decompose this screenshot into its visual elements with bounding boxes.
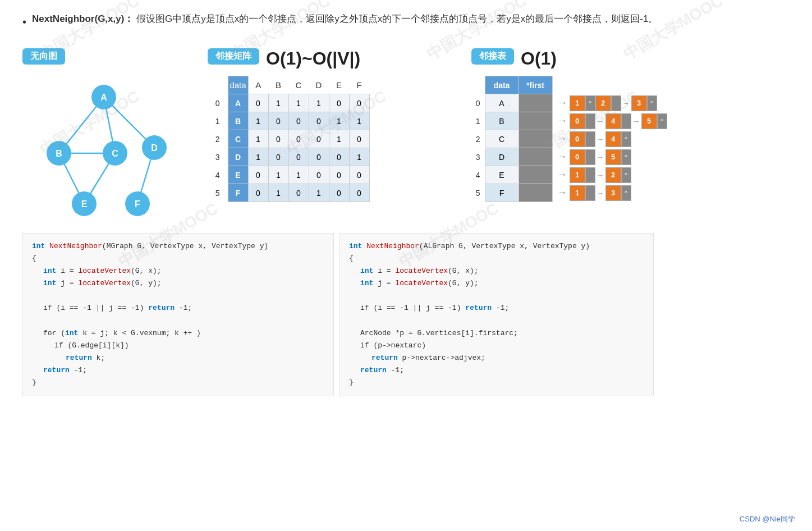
adjlist-th-data: data	[485, 76, 519, 94]
adjlist-first-0	[519, 94, 552, 112]
adjlist-th-links	[552, 76, 667, 94]
matrix-cell-5-0: 0	[248, 184, 268, 202]
adjlist-first-3	[519, 148, 552, 166]
matrix-rownum-0: 0	[208, 94, 228, 112]
matrix-cell-3-1: 0	[268, 148, 288, 166]
adjlist-rownum-2: 2	[471, 130, 485, 148]
code-algraph: int NextNeighbor(ALGraph G, VertexType x…	[340, 233, 654, 396]
svg-text:F: F	[135, 199, 140, 209]
matrix-rownum-4: 4	[208, 166, 228, 184]
code-sections: int NextNeighbor(MGraph G, VertexType x,…	[22, 233, 790, 396]
adjlist-links-4: →1→2^	[552, 166, 667, 184]
matrix-cell-1-4: 1	[329, 112, 349, 130]
top-text: 假设图G中顶点y是顶点x的一个邻接点，返回除y之外顶点x的下一个邻接点的顶点号，…	[136, 13, 658, 24]
bottom-credit: CSDN @Nie同学	[740, 514, 795, 524]
matrix-th-a: A	[248, 76, 268, 94]
matrix-section: 邻接矩阵 O(1)~O(|V|) data A B C D E F	[202, 48, 460, 202]
matrix-cell-2-4: 1	[329, 130, 349, 148]
matrix-cell-4-1: 1	[268, 166, 288, 184]
adjlist-links-3: →0→5^	[552, 148, 667, 166]
adjlist-links-2: →0→4^	[552, 130, 667, 148]
code-mgraph: int NextNeighbor(MGraph G, VertexType x,…	[22, 233, 334, 396]
matrix-cell-0-3: 1	[309, 94, 329, 112]
matrix-cell-0-1: 1	[268, 94, 288, 112]
matrix-cell-0-2: 1	[288, 94, 309, 112]
matrix-data-3: D	[228, 148, 248, 166]
matrix-cell-2-0: 1	[248, 130, 268, 148]
func-name: NextNeighbor(G,x,y)：	[32, 13, 134, 24]
matrix-cell-5-4: 0	[329, 184, 349, 202]
matrix-cell-3-0: 1	[248, 148, 268, 166]
adjlist-data-4: E	[485, 166, 519, 184]
adjlist-links-0: →1^2→3^	[552, 94, 667, 112]
matrix-rownum-1: 1	[208, 112, 228, 130]
svg-text:B: B	[56, 149, 62, 158]
matrix-data-5: F	[228, 184, 248, 202]
adjlist-data-2: C	[485, 130, 519, 148]
svg-text:C: C	[112, 149, 118, 158]
matrix-data-4: E	[228, 166, 248, 184]
adjlist-rownum-3: 3	[471, 148, 485, 166]
adjlist-first-2	[519, 130, 552, 148]
matrix-th-d: D	[309, 76, 329, 94]
adjlist-rownum-1: 1	[471, 112, 485, 130]
adjlist-data-0: A	[485, 94, 519, 112]
matrix-cell-2-1: 0	[268, 130, 288, 148]
adjlist-th-first: *first	[519, 76, 552, 94]
adjlist-first-1	[519, 112, 552, 130]
matrix-data-1: B	[228, 112, 248, 130]
matrix-cell-1-2: 0	[288, 112, 309, 130]
matrix-th-data: data	[228, 76, 248, 94]
matrix-cell-4-3: 0	[309, 166, 329, 184]
matrix-cell-1-0: 1	[248, 112, 268, 130]
svg-text:E: E	[81, 199, 88, 209]
adjlist-data-5: F	[485, 184, 519, 202]
adjlist-rownum-0: 0	[471, 94, 485, 112]
matrix-table: data A B C D E F 0 A 011100 1 B 100011 2…	[208, 76, 370, 202]
adjlist-first-4	[519, 166, 552, 184]
matrix-cell-5-3: 1	[309, 184, 329, 202]
matrix-cell-5-1: 1	[268, 184, 288, 202]
matrix-label: 邻接矩阵	[208, 48, 259, 65]
matrix-cell-2-2: 0	[288, 130, 309, 148]
matrix-rownum-5: 5	[208, 184, 228, 202]
matrix-cell-4-2: 1	[288, 166, 309, 184]
adjlist-th-empty	[471, 76, 485, 94]
matrix-cell-1-3: 0	[309, 112, 329, 130]
matrix-complexity: O(1)~O(|V|)	[266, 48, 360, 69]
adjlist-links-1: →0→4→5^	[552, 112, 667, 130]
matrix-th-e: E	[329, 76, 349, 94]
matrix-cell-1-5: 1	[349, 112, 369, 130]
matrix-cell-4-5: 0	[349, 166, 369, 184]
matrix-cell-5-5: 0	[349, 184, 369, 202]
matrix-rownum-3: 3	[208, 148, 228, 166]
svg-text:D: D	[151, 143, 158, 153]
matrix-th-b: B	[268, 76, 288, 94]
adjlist-complexity: O(1)	[521, 48, 557, 69]
matrix-cell-2-3: 0	[309, 130, 329, 148]
matrix-cell-3-5: 1	[349, 148, 369, 166]
matrix-cell-5-2: 0	[288, 184, 309, 202]
matrix-cell-2-5: 0	[349, 130, 369, 148]
matrix-cell-3-2: 0	[288, 148, 309, 166]
adjlist-first-5	[519, 184, 552, 202]
matrix-cell-3-4: 0	[329, 148, 349, 166]
matrix-data-2: C	[228, 130, 248, 148]
graph-label: 无向图	[22, 48, 65, 65]
matrix-th-c: C	[288, 76, 309, 94]
adjlist-data-3: D	[485, 148, 519, 166]
adjlist-table: data *first 0 A →1^2→3^ 1 B →0→4→5^ 2 C …	[471, 76, 667, 202]
matrix-th-rownum	[208, 76, 228, 94]
matrix-cell-0-5: 0	[349, 94, 369, 112]
matrix-cell-0-0: 0	[248, 94, 268, 112]
matrix-cell-4-4: 0	[329, 166, 349, 184]
adjlist-section: 邻接表 O(1) data *first 0 A →1^2→3^ 1 B	[460, 48, 774, 202]
adjlist-label: 邻接表	[471, 48, 514, 65]
top-description: • NextNeighbor(G,x,y)： 假设图G中顶点y是顶点x的一个邻接…	[22, 11, 790, 31]
matrix-cell-3-3: 0	[309, 148, 329, 166]
adjlist-links-5: →1→3^	[552, 184, 667, 202]
matrix-data-0: A	[228, 94, 248, 112]
matrix-cell-1-1: 0	[268, 112, 288, 130]
graph-section: 无向图 A B	[22, 48, 202, 226]
matrix-rownum-2: 2	[208, 130, 228, 148]
